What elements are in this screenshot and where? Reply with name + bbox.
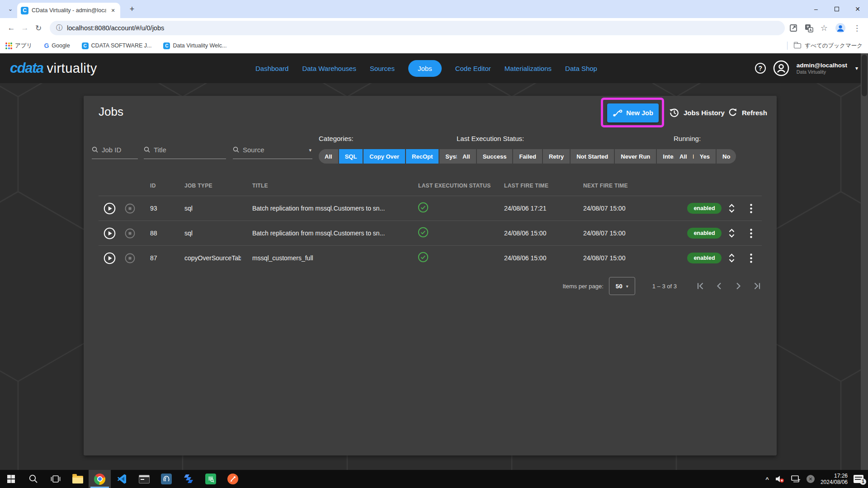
- cdata-virtuality-logo[interactable]: cdata virtuality: [10, 60, 97, 76]
- refresh-button[interactable]: Refresh: [728, 108, 767, 117]
- running-chip-yes[interactable]: Yes: [694, 149, 716, 164]
- les-chip-success[interactable]: Success: [477, 149, 513, 164]
- tab-search-icon[interactable]: ⌄: [5, 4, 15, 14]
- taskbar-clock[interactable]: 17:26 2024/08/06: [821, 473, 848, 486]
- les-chip-retry[interactable]: Retry: [543, 149, 570, 164]
- dropdown-caret-icon[interactable]: ▾: [309, 147, 311, 153]
- nav-dashboard[interactable]: Dashboard: [255, 65, 288, 72]
- scrollbar-thumb[interactable]: [862, 55, 867, 96]
- les-chip-failed[interactable]: Failed: [513, 149, 542, 164]
- restore-button[interactable]: [826, 0, 847, 18]
- tray-chevron-icon[interactable]: ^: [765, 476, 769, 483]
- jobs-history-button[interactable]: Jobs History: [669, 108, 725, 118]
- category-chip-copy-over[interactable]: Copy Over: [363, 149, 405, 164]
- bookmark-data-virtuality[interactable]: C Data Virtuality Welc...: [163, 42, 226, 49]
- run-job-button[interactable]: [99, 227, 120, 239]
- priority-stepper[interactable]: [722, 228, 741, 239]
- chevron-down-icon[interactable]: ▾: [855, 65, 858, 71]
- database-tool-button[interactable]: [155, 470, 177, 488]
- help-icon[interactable]: ?: [755, 63, 766, 74]
- user-avatar-icon[interactable]: [773, 60, 789, 76]
- all-bookmarks[interactable]: すべてのブックマーク: [787, 42, 863, 50]
- new-job-button[interactable]: New Job: [607, 103, 659, 122]
- stop-job-button[interactable]: [120, 228, 139, 239]
- site-info-icon[interactable]: ⓘ: [56, 24, 62, 32]
- back-button[interactable]: ←: [5, 23, 18, 33]
- layers-app-button[interactable]: [177, 470, 199, 488]
- job-id-input[interactable]: [92, 144, 138, 159]
- run-job-button[interactable]: [99, 252, 120, 264]
- network-icon[interactable]: [791, 475, 801, 483]
- enabled-badge[interactable]: enabled: [687, 203, 721, 214]
- job-title[interactable]: Batch replication from mssql.Customers t…: [241, 205, 410, 212]
- stop-job-button[interactable]: [120, 253, 139, 263]
- bookmark-cdata-software[interactable]: C CDATA SOFTWARE J...: [82, 42, 152, 49]
- file-explorer-button[interactable]: [66, 470, 89, 488]
- nav-right: ? admin@localhost Data Virtuality ▾: [755, 60, 858, 76]
- source-select[interactable]: [233, 144, 312, 159]
- nav-data-warehouses[interactable]: Data Warehouses: [302, 65, 356, 72]
- volume-muted-icon[interactable]: [775, 474, 785, 483]
- translate-icon[interactable]: [805, 24, 813, 33]
- forward-button[interactable]: →: [18, 23, 32, 33]
- close-window-button[interactable]: ✕: [847, 0, 868, 18]
- taskbar-search-button[interactable]: [22, 470, 44, 488]
- api-tool-button[interactable]: [222, 470, 244, 488]
- browser-menu-icon[interactable]: ⋮: [853, 23, 861, 33]
- start-button[interactable]: [0, 470, 22, 488]
- previous-page-icon[interactable]: [715, 282, 724, 291]
- address-bar[interactable]: ⓘ localhost:8080/account/#/u/0/jobs: [50, 21, 785, 35]
- reload-button[interactable]: ↻: [32, 23, 45, 33]
- success-check-icon: [418, 202, 429, 213]
- chrome-taskbar-button[interactable]: [89, 470, 111, 488]
- profile-avatar-icon[interactable]: [835, 23, 846, 33]
- job-title[interactable]: mssql_customers_full: [241, 254, 410, 262]
- les-chip-all[interactable]: All: [457, 149, 476, 164]
- nav-data-shop[interactable]: Data Shop: [565, 65, 597, 72]
- minimize-button[interactable]: –: [806, 0, 826, 18]
- task-view-button[interactable]: [44, 470, 66, 488]
- notification-center-icon[interactable]: 1: [854, 475, 863, 483]
- bookmark-star-icon[interactable]: ☆: [821, 23, 828, 33]
- stop-job-button[interactable]: [120, 203, 139, 214]
- page-scrollbar[interactable]: [861, 53, 868, 470]
- title-input[interactable]: [144, 144, 226, 159]
- user-info[interactable]: admin@localhost Data Virtuality: [797, 62, 847, 75]
- row-menu-icon[interactable]: [741, 229, 762, 238]
- new-tab-button[interactable]: +: [127, 4, 137, 15]
- vscode-taskbar-button[interactable]: [111, 470, 133, 488]
- first-page-icon[interactable]: [696, 282, 705, 291]
- tab-close-icon[interactable]: ✕: [109, 7, 117, 14]
- les-chip-never-run[interactable]: Never Run: [615, 149, 656, 164]
- browser-tab[interactable]: C CData Virtuality - admin@locall ✕: [17, 3, 120, 18]
- run-job-button[interactable]: [99, 202, 120, 215]
- last-page-icon[interactable]: [753, 282, 762, 291]
- job-title[interactable]: Batch replication from mssql.Customers t…: [241, 230, 410, 237]
- category-chip-all[interactable]: All: [319, 149, 338, 164]
- row-menu-icon[interactable]: [741, 204, 762, 213]
- job-id: 88: [139, 230, 171, 237]
- enabled-badge[interactable]: enabled: [687, 228, 721, 239]
- priority-stepper[interactable]: [722, 203, 741, 214]
- share-icon[interactable]: [789, 24, 797, 32]
- nav-jobs[interactable]: Jobs: [408, 60, 442, 77]
- next-page-icon[interactable]: [734, 282, 743, 291]
- priority-stepper[interactable]: [722, 253, 741, 263]
- bookmark-apps[interactable]: アプリ: [5, 42, 32, 50]
- running-chip-all[interactable]: All: [674, 149, 693, 164]
- category-chip-sql[interactable]: SQL: [339, 149, 363, 164]
- enabled-badge[interactable]: enabled: [687, 253, 721, 263]
- notes-app-button[interactable]: [199, 470, 222, 488]
- nav-materializations[interactable]: Materializations: [505, 65, 552, 72]
- nav-code-editor[interactable]: Code Editor: [455, 65, 491, 72]
- row-menu-icon[interactable]: [741, 253, 762, 263]
- les-chip-not-started[interactable]: Not Started: [571, 149, 614, 164]
- bookmark-google[interactable]: G Google: [44, 42, 70, 49]
- status-x-icon[interactable]: ✕: [807, 475, 815, 483]
- category-chip-recopt[interactable]: RecOpt: [406, 149, 439, 164]
- terminal-taskbar-button[interactable]: [133, 470, 155, 488]
- running-chip-no[interactable]: No: [717, 149, 736, 164]
- window-controls: – ✕: [806, 0, 868, 18]
- nav-sources[interactable]: Sources: [370, 65, 395, 72]
- items-per-page-select[interactable]: 50 ▾: [609, 277, 635, 295]
